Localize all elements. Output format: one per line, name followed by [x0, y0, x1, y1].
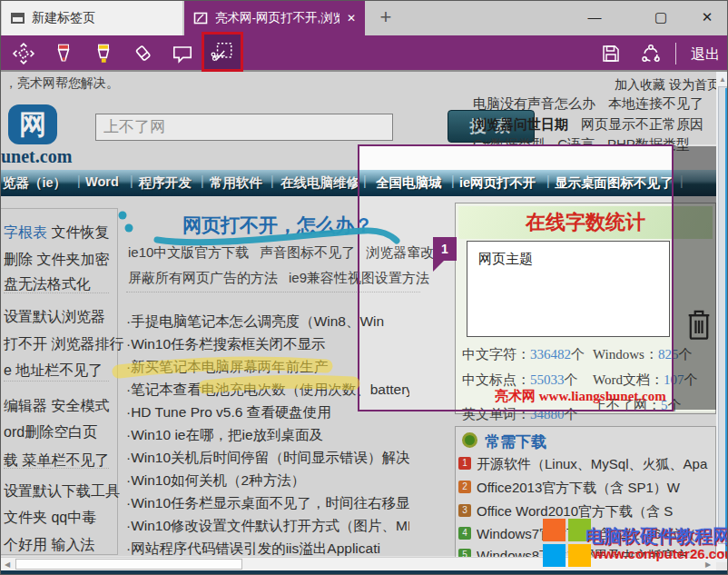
clip-tool-icon	[211, 40, 234, 64]
quick-link[interactable]: 电脑没有声音怎么办	[473, 95, 595, 111]
sub-link[interactable]: 声音图标不见了	[260, 244, 355, 260]
new-tab-button[interactable]: +	[373, 5, 398, 30]
page-footer-bar	[1, 570, 728, 575]
sidebar-link[interactable]: ord删除空白页	[4, 423, 97, 442]
nav-separator: |	[77, 173, 81, 188]
footer-watermark-title: 电脑软硬件教程网	[585, 524, 728, 549]
download-number-badge: 3	[458, 504, 471, 517]
nav-item[interactable]: ie网页打不开	[459, 174, 536, 192]
clip-tool-selected[interactable]	[202, 32, 243, 72]
sidebar-link[interactable]: 文件夹 qq中毒	[4, 509, 96, 528]
highlighter-tool-icon[interactable]	[88, 41, 119, 66]
nav-item[interactable]: 常用软件	[210, 174, 262, 192]
sidebar-link[interactable]: 删除 文件夹加密	[4, 251, 109, 270]
trash-icon[interactable]	[684, 306, 714, 346]
quick-link[interactable]: 本地连接不见了	[608, 95, 703, 111]
nav-separator: |	[363, 173, 367, 188]
sidebar-link[interactable]: 字根表 文件恢复	[4, 223, 109, 243]
nav-item[interactable]: 程序开发	[139, 174, 192, 192]
tab-new-tab-page[interactable]: 新建标签页	[2, 1, 182, 35]
sub-link[interactable]: ie10中文版官方下载	[128, 244, 249, 260]
toolbar-separator	[675, 43, 676, 64]
sub-link[interactable]: 浏览器窜改	[366, 244, 434, 260]
nav-item[interactable]: 显示桌面图标不见了	[555, 174, 674, 192]
article-link[interactable]: ·新买笔记本电脑屏幕两年前生产	[126, 358, 409, 377]
sidebar-link[interactable]: 设置默认浏览器	[4, 308, 105, 327]
download-item[interactable]: 3Office Word2010官方下载（含 S	[458, 503, 716, 520]
sidebar-link[interactable]: e 地址栏不见了	[4, 362, 103, 381]
scroll-right-arrow[interactable]: ▶	[705, 560, 711, 569]
nav-separator: |	[130, 173, 133, 188]
header-links[interactable]: 加入收藏 设为首页	[564, 77, 720, 94]
maximize-button[interactable]: ▢	[639, 1, 683, 34]
minimize-button[interactable]: —	[573, 1, 616, 34]
article-link[interactable]: ·Win10修改设置文件默认打开方式（图片、MP3	[126, 517, 409, 536]
pan-tool-icon[interactable]	[8, 41, 39, 66]
widget-header: 在线字数统计	[458, 206, 713, 239]
divider	[126, 292, 420, 292]
quick-link[interactable]: 浏览器问世日期	[473, 116, 568, 132]
quick-links-row: 电脑没有声音怎么办本地连接不见了	[473, 95, 716, 113]
download-item[interactable]: 2Office2013官方下载（含 SP1）W	[458, 480, 716, 496]
nav-separator: |	[201, 173, 204, 188]
article-link[interactable]: ·HD Tune Pro v5.6 查看硬盘使用	[126, 403, 409, 422]
sidebar-link[interactable]: 设置默认下载工具	[4, 482, 120, 501]
sub-link[interactable]: ie9兼容性视图设置方法	[289, 270, 429, 285]
site-logo[interactable]: 网	[8, 104, 57, 144]
nav-item[interactable]: 览器（ie）	[3, 174, 66, 192]
tab-label: 亮术网-网页打不开,浏览	[215, 10, 339, 26]
save-icon[interactable]	[595, 41, 626, 66]
windows-logo-square-blue	[543, 544, 566, 567]
article-link[interactable]: ·Win10关机后时间停留（时间显示错误）解决	[126, 449, 409, 468]
article-link[interactable]: ·Win10如何关机（2种方法）	[126, 471, 409, 491]
sidebar-link[interactable]: 盘无法格式化	[4, 275, 91, 294]
search-input[interactable]	[95, 114, 393, 141]
web-note-toolbar: 退出	[1, 35, 728, 72]
stat-item: 中文标点：55033个	[462, 372, 578, 389]
sidebar-link[interactable]: 打不开 浏览器排行	[4, 335, 123, 354]
tab-liangshunet[interactable]: 亮术网-网页打不开,浏览 ✕	[184, 1, 365, 35]
nav-item[interactable]: Word	[85, 174, 119, 189]
pen-tool-icon[interactable]	[48, 41, 79, 66]
edge-window: 新建标签页 亮术网-网页打不开,浏览 ✕ + — ▢ ✕	[0, 0, 728, 575]
comment-badge[interactable]: 1	[433, 237, 457, 261]
stat-item: Windows：825个	[593, 346, 692, 363]
horizontal-scrollbar-thumb[interactable]	[15, 559, 242, 570]
eraser-tool-icon[interactable]	[128, 41, 159, 66]
nav-separator: |	[451, 173, 455, 188]
scroll-left-arrow[interactable]: ◀	[5, 560, 10, 569]
download-bullet-icon	[462, 432, 477, 448]
nav-separator: |	[680, 173, 684, 188]
nav-item[interactable]: 在线电脑维修	[280, 174, 359, 192]
sidebar-link[interactable]: 编辑器 安全模式	[4, 397, 109, 416]
tab-close-icon[interactable]: ✕	[347, 12, 356, 25]
download-number-badge: 2	[458, 481, 471, 493]
share-icon[interactable]	[635, 41, 666, 66]
comment-tool-icon[interactable]	[167, 41, 198, 66]
note-text-box[interactable]: 网页主题	[467, 241, 670, 337]
article-link[interactable]: ·Win10任务栏显示桌面不见了，时间往右移显示	[126, 494, 409, 513]
download-item[interactable]: 1开源软件（Linux、MySql、火狐、Apa	[458, 456, 716, 472]
article-link[interactable]: ·笔记本查看电池充电次数（使用次数、battery	[126, 381, 409, 400]
article-link[interactable]: ·Win10任务栏搜索框关闭不显示	[126, 335, 409, 354]
article-link[interactable]: ·网站程序代码错误引发的iis溢出Applicati	[126, 540, 409, 559]
sidebar-link[interactable]: 个好用 输入法	[4, 536, 94, 555]
article-link[interactable]: ·Win10 ie在哪，把ie放到桌面及	[126, 426, 409, 445]
download-link-text: 开源软件（Linux、MySql、火狐、Apa	[477, 456, 714, 473]
sub-link[interactable]: 屏蔽所有网页广告的方法	[128, 270, 278, 285]
downloads-title: 常需下载	[485, 431, 546, 452]
sub-links-row: 屏蔽所有网页广告的方法ie9兼容性视图设置方法	[128, 270, 440, 287]
sidebar-divider	[4, 292, 109, 293]
web-page: ，亮术网帮您解决。 加入收藏 设为首页 网 unet.com 搜 索 电脑没有声…	[1, 72, 728, 575]
footer-watermark-url: www.computer26.com	[593, 546, 728, 561]
pen-dot-2	[125, 224, 133, 233]
close-button[interactable]: ✕	[685, 1, 728, 34]
article-link[interactable]: ·手提电脑笔记本怎么调亮度（Win8、Win	[126, 312, 409, 332]
quick-link[interactable]: 网页显示不正常原因	[581, 116, 703, 132]
nav-item[interactable]: 全国电脑城	[376, 174, 442, 192]
nav-separator: |	[546, 173, 550, 188]
exit-web-note-button[interactable]: 退出	[691, 45, 720, 64]
windows-logo-square-red	[543, 519, 566, 541]
scroll-up-arrow[interactable]: ▲	[719, 75, 726, 84]
title-bar: 新建标签页 亮术网-网页打不开,浏览 ✕ + — ▢ ✕	[1, 1, 728, 35]
